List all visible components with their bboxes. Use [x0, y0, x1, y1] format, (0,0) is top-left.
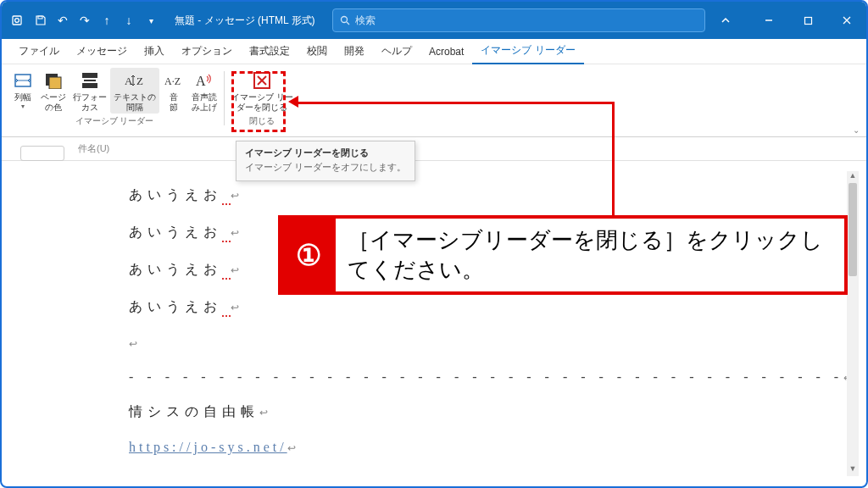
tab-immersive-reader[interactable]: イマーシブ リーダー [472, 39, 583, 64]
annotation-arrow [298, 102, 614, 104]
undo-icon[interactable]: ↶ [53, 10, 73, 30]
tab-options[interactable]: オプション [173, 39, 241, 64]
svg-text:A: A [196, 74, 206, 88]
window-title: 無題 - メッセージ (HTML 形式) [175, 14, 315, 28]
line-focus-label: 行フォーカス [73, 92, 107, 112]
svg-rect-2 [38, 16, 42, 19]
syllables-label: 音節 [170, 92, 178, 112]
svg-rect-13 [82, 73, 97, 78]
save-icon[interactable] [31, 10, 51, 30]
instruction-text: ［イマーシブリーダーを閉じる］をクリックしてください。 [336, 219, 844, 291]
annotation-arrow [612, 102, 615, 217]
read-aloud-button[interactable]: A 音声読み上げ [188, 68, 220, 114]
svg-point-3 [342, 17, 348, 23]
tooltip-title: イマーシブ リーダーを閉じる [245, 147, 406, 159]
page-color-label: ページの色 [41, 92, 66, 112]
ribbon-separator [224, 71, 225, 125]
page-color-button[interactable]: ページの色 [37, 68, 70, 114]
ribbon-group-close: イマーシブ リーダーを閉じる 閉じる [228, 68, 297, 136]
line-focus-button[interactable]: 行フォーカス [70, 68, 110, 114]
text-spacing-button[interactable]: AZ テキストの間隔 [110, 68, 159, 114]
signature-name: 情シスの自由帳↩ [129, 403, 866, 421]
syllables-icon: A·Z [164, 69, 184, 92]
read-aloud-label: 音声読み上げ [192, 92, 217, 112]
close-window-button[interactable] [827, 2, 866, 39]
text-spacing-label: テキストの間隔 [114, 92, 156, 112]
minimize-button[interactable] [749, 2, 788, 39]
message-body[interactable]: あいうえお ↩ あいうえお ↩ あいうえお ↩ あいうえお ↩ ↩ - - - … [2, 161, 866, 473]
tooltip-body: イマーシブ リーダーをオフにします。 [245, 161, 406, 174]
qat: ↶ ↷ ↑ ↓ ▾ [8, 10, 161, 30]
column-width-icon [13, 69, 33, 92]
scroll-up-icon[interactable]: ▲ [847, 171, 859, 183]
tab-help[interactable]: ヘルプ [373, 39, 420, 64]
svg-rect-0 [13, 16, 21, 25]
syllables-button[interactable]: A·Z 音節 [159, 68, 188, 114]
instruction-callout: ① ［イマーシブリーダーを閉じる］をクリックしてください。 [278, 215, 848, 295]
search-icon [340, 15, 350, 25]
outlook-icon [8, 10, 29, 30]
tooltip: イマーシブ リーダーを閉じる イマーシブ リーダーをオフにします。 [236, 141, 415, 181]
svg-text:Z: Z [136, 75, 143, 87]
search-placeholder: 検索 [355, 14, 376, 28]
ribbon-display-options-icon[interactable] [712, 2, 739, 39]
subject-area: 件名(U) [2, 137, 866, 161]
titlebar: ↶ ↷ ↑ ↓ ▾ 無題 - メッセージ (HTML 形式) 検索 [2, 2, 866, 39]
vertical-scrollbar[interactable]: ▲ ▼ [847, 171, 859, 476]
tab-insert[interactable]: 挿入 [136, 39, 173, 64]
tab-developer[interactable]: 開発 [336, 39, 373, 64]
signature-url-line: https://jo-sys.net/↩ [129, 440, 866, 455]
body-line: あいうえお ↩ [129, 298, 866, 317]
tab-file[interactable]: ファイル [10, 39, 68, 64]
redo-icon[interactable]: ↷ [75, 10, 95, 30]
close-icon [252, 69, 272, 92]
ribbon-group-close-label: 閉じる [249, 115, 275, 127]
body-line: あいうえお ↩ [129, 186, 866, 205]
ribbon-group-immersive-reader: 列幅 ▾ ページの色 行フォーカス AZ テキストの間隔 [8, 68, 220, 136]
svg-line-4 [347, 22, 349, 25]
svg-rect-12 [49, 77, 61, 89]
tab-review[interactable]: 校閲 [298, 39, 336, 64]
body-separator: - - - - - - - - - - - - - - - - - - - - … [129, 369, 866, 385]
ribbon-group-label: イマーシブ リーダー [75, 115, 154, 127]
instruction-step-badge: ① [281, 219, 336, 291]
tab-format[interactable]: 書式設定 [241, 39, 298, 64]
ribbon: 列幅 ▾ ページの色 行フォーカス AZ テキストの間隔 [2, 64, 866, 137]
scroll-down-icon[interactable]: ▼ [847, 464, 859, 476]
maximize-button[interactable] [788, 2, 827, 39]
text-spacing-icon: AZ [123, 69, 147, 92]
signature-link[interactable]: https://jo-sys.net/ [129, 440, 287, 454]
svg-point-1 [15, 19, 19, 23]
down-arrow-icon[interactable]: ↓ [119, 10, 139, 30]
menubar: ファイル メッセージ 挿入 オプション 書式設定 校閲 開発 ヘルプ Acrob… [2, 39, 866, 64]
tab-message[interactable]: メッセージ [68, 39, 136, 64]
ribbon-collapse-icon[interactable]: ⌄ [853, 125, 860, 135]
window-controls [749, 2, 866, 39]
line-focus-icon [81, 69, 98, 92]
subject-label: 件名(U) [78, 142, 109, 155]
svg-text:A·Z: A·Z [164, 75, 181, 87]
column-width-button[interactable]: 列幅 ▾ [8, 68, 37, 114]
up-arrow-icon[interactable]: ↑ [97, 10, 117, 30]
svg-rect-14 [82, 83, 97, 88]
close-immersive-reader-label: イマーシブ リーダーを閉じる [231, 92, 293, 112]
close-immersive-reader-button[interactable]: イマーシブ リーダーを閉じる [228, 68, 297, 114]
body-empty-line: ↩ [129, 336, 866, 351]
qat-customize-icon[interactable]: ▾ [141, 10, 161, 30]
annotation-arrow-head-icon [288, 96, 298, 108]
svg-rect-6 [804, 17, 811, 24]
scroll-thumb[interactable] [849, 183, 857, 276]
column-width-label: 列幅 [14, 92, 31, 103]
tab-acrobat[interactable]: Acrobat [420, 39, 472, 64]
from-field-stub [20, 146, 64, 161]
search-input[interactable]: 検索 [332, 8, 705, 32]
read-aloud-icon: A [195, 69, 214, 92]
page-color-icon [44, 69, 63, 92]
